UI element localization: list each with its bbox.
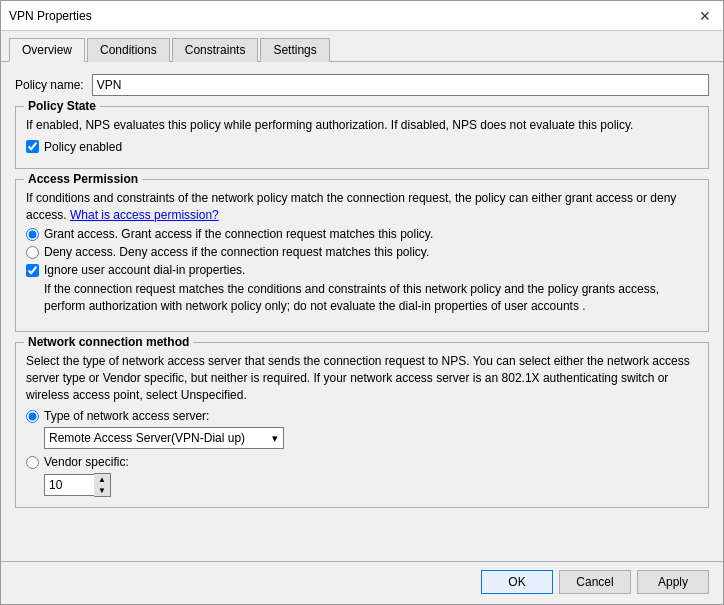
- vendor-specific-row: Vendor specific:: [26, 455, 698, 469]
- cancel-button[interactable]: Cancel: [559, 570, 631, 594]
- ignore-dialin-checkbox[interactable]: [26, 264, 39, 277]
- vendor-specific-radio[interactable]: [26, 456, 39, 469]
- grant-access-row: Grant access. Grant access if the connec…: [26, 227, 698, 241]
- tab-conditions[interactable]: Conditions: [87, 38, 170, 62]
- ignore-dialin-description: If the connection request matches the co…: [44, 281, 698, 315]
- deny-access-radio[interactable]: [26, 246, 39, 259]
- network-connection-group: Network connection method Select the typ…: [15, 342, 709, 508]
- policy-enabled-row: Policy enabled: [26, 140, 698, 154]
- policy-state-description: If enabled, NPS evaluates this policy wh…: [26, 117, 698, 134]
- policy-enabled-checkbox[interactable]: [26, 140, 39, 153]
- vendor-specific-label[interactable]: Vendor specific:: [44, 455, 129, 469]
- access-permission-group: Access Permission If conditions and cons…: [15, 179, 709, 332]
- spinner-down-button[interactable]: ▼: [94, 485, 110, 496]
- apply-button[interactable]: Apply: [637, 570, 709, 594]
- policy-state-title: Policy State: [24, 99, 100, 113]
- spinner-wrapper: ▲ ▼: [44, 473, 698, 497]
- type-server-label[interactable]: Type of network access server:: [44, 409, 209, 423]
- ok-button[interactable]: OK: [481, 570, 553, 594]
- type-server-row: Type of network access server:: [26, 409, 698, 423]
- server-type-dropdown[interactable]: Remote Access Server(VPN-Dial up) Unspec…: [44, 427, 284, 449]
- policy-name-label: Policy name:: [15, 78, 84, 92]
- policy-state-group: Policy State If enabled, NPS evaluates t…: [15, 106, 709, 169]
- grant-access-label[interactable]: Grant access. Grant access if the connec…: [44, 227, 433, 241]
- type-server-radio[interactable]: [26, 410, 39, 423]
- main-content: Policy name: Policy State If enabled, NP…: [1, 62, 723, 561]
- window-title: VPN Properties: [9, 9, 92, 23]
- tab-overview[interactable]: Overview: [9, 38, 85, 62]
- access-permission-title: Access Permission: [24, 172, 142, 186]
- network-connection-description: Select the type of network access server…: [26, 353, 698, 403]
- policy-name-row: Policy name:: [15, 74, 709, 96]
- vpn-properties-window: VPN Properties ✕ Overview Conditions Con…: [0, 0, 724, 605]
- policy-enabled-label[interactable]: Policy enabled: [44, 140, 122, 154]
- tab-constraints[interactable]: Constraints: [172, 38, 259, 62]
- ignore-dialin-row: Ignore user account dial-in properties.: [26, 263, 698, 277]
- vendor-spinner-input[interactable]: [44, 474, 94, 496]
- tab-settings[interactable]: Settings: [260, 38, 329, 62]
- access-permission-description: If conditions and constraints of the net…: [26, 190, 698, 224]
- grant-access-radio[interactable]: [26, 228, 39, 241]
- tab-bar: Overview Conditions Constraints Settings: [1, 31, 723, 62]
- network-connection-title: Network connection method: [24, 335, 193, 349]
- spinner-buttons: ▲ ▼: [94, 473, 111, 497]
- close-button[interactable]: ✕: [695, 6, 715, 26]
- footer: OK Cancel Apply: [1, 561, 723, 604]
- spinner-up-button[interactable]: ▲: [94, 474, 110, 485]
- deny-access-row: Deny access. Deny access if the connecti…: [26, 245, 698, 259]
- policy-name-input[interactable]: [92, 74, 709, 96]
- access-permission-link[interactable]: What is access permission?: [70, 208, 219, 222]
- deny-access-label[interactable]: Deny access. Deny access if the connecti…: [44, 245, 429, 259]
- dropdown-row: Remote Access Server(VPN-Dial up) Unspec…: [44, 427, 698, 449]
- title-bar: VPN Properties ✕: [1, 1, 723, 31]
- ignore-dialin-label[interactable]: Ignore user account dial-in properties.: [44, 263, 245, 277]
- dropdown-wrapper: Remote Access Server(VPN-Dial up) Unspec…: [44, 427, 284, 449]
